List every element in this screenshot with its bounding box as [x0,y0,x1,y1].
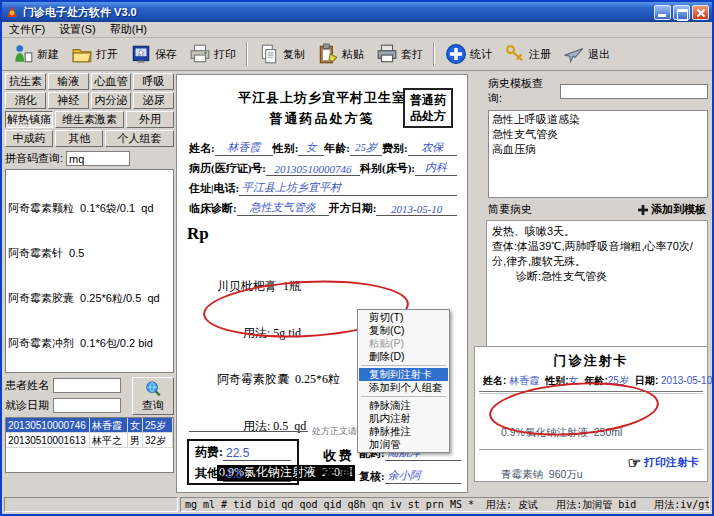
patient-name-input[interactable] [53,378,121,393]
injection-card-info: 姓名: 林香霞 性别:女 年龄:25岁 日期: 2013-05-10 [483,374,701,388]
prescription-date-value: 2013-05-10 [376,203,457,216]
keys-icon [504,43,526,65]
context-menu-iv-drip[interactable]: 静脉滴注 [359,399,448,412]
menu-help[interactable]: 帮助(H) [103,21,154,38]
exit-button[interactable]: 退出 [557,39,616,69]
history-template-list: 急性上呼吸道感染 急性支气管炎 高血压病 [488,110,708,198]
drug-list-item[interactable]: 阿奇霉素颗粒 0.1*6袋/0.1 qd [8,201,171,216]
patient-sex-value: 女 [298,140,324,156]
copy-icon [258,43,280,65]
open-folder-icon [71,43,93,65]
record-number-value: 20130510000746 [266,163,360,176]
search-globe-icon [144,380,162,398]
category-nerve[interactable]: 神经 [48,92,89,109]
toolbar-separator [246,42,248,66]
minimize-button[interactable] [654,5,671,20]
window-title: 门诊电子处方软件 V3.0 [23,5,654,20]
history-template-query-label: 病史模板查询: [488,76,557,106]
patient-row[interactable]: 20130510001613 林平之 男 32岁 [6,433,173,448]
patient-row[interactable]: 20130510000746 林香霞 女 25岁 [6,418,173,433]
history-panel: 病史模板查询: 急性上呼吸道感染 急性支气管炎 高血压病 简要病史 添加到模板 … [472,74,712,493]
address-value: 平江县上坊乡宜平村 [239,180,457,196]
new-button[interactable]: 新建 [6,39,65,69]
stats-button[interactable]: 统计 [439,39,498,69]
close-button[interactable] [692,5,709,20]
history-template-item[interactable]: 急性上呼吸道感染 [492,112,704,127]
other-fee-value: 3.5 [223,467,291,482]
print-button[interactable]: 打印 [183,39,242,69]
context-menu-add-to-personal-set[interactable]: 添加到个人组套 [359,381,448,394]
reviewer-value: 余小阿 [385,468,461,484]
divider [479,449,703,450]
visit-date-input[interactable] [53,398,121,413]
category-personal-set[interactable]: 个人组套 [105,130,174,147]
form-print-button[interactable]: 套打 [370,39,429,69]
copy-button[interactable]: 复制 [252,39,311,69]
department-value: 内科 [415,160,457,176]
patient-query-panel: 患者姓名 就诊日期 查询 20130510000746 林香霞 女 [5,377,174,477]
new-icon [12,43,34,65]
rp-symbol: Rp [187,224,467,244]
form-printer-icon [376,43,398,65]
drug-category-panel: 抗生素 输液 心血管 呼吸 消化 神经 内分泌 泌尿 解热镇痛 维生素激素 外用… [5,73,174,493]
menu-separator [361,396,446,397]
titlebar: 门诊电子处方软件 V3.0 [2,2,712,22]
context-menu-intramuscular[interactable]: 肌内注射 [359,412,448,425]
drug-list-item[interactable]: 阿奇霉素胶囊 0.25*6粒/0.5 qd [8,291,171,306]
brief-history-memo[interactable]: 发热、咳嗽3天。 查体:体温39℃,两肺呼吸音增粗,心率70次/分,律齐,腹软无… [486,220,708,358]
context-menu-add-tube[interactable]: 加润管 [359,438,448,451]
category-urinary[interactable]: 泌尿 [133,92,174,109]
toolbar: 新建 打开 保存 打印 复制 粘贴 套打 统计 注册 退出 [2,38,712,71]
category-vitamin-hormone[interactable]: 维生素激素 [55,111,124,128]
context-menu-delete[interactable]: 删除(D) [359,350,448,363]
statusbar-abbreviation-hints: mg ml # tid bid qd qod qid q8h qn iv st … [180,497,710,512]
drug-list-item[interactable]: 阿奇霉素冲剂 0.1*6包/0.2 bid [8,336,171,351]
category-antipyretic[interactable]: 解热镇痛 [5,111,53,128]
diagnosis-value: 急性支气管炎 [237,200,329,216]
rx-drug-line[interactable]: 川贝枇杷膏 1瓶 [217,279,467,295]
save-icon [130,43,152,65]
menu-file[interactable]: 文件(F) [2,21,52,38]
add-to-template-button[interactable]: 添加到模板 [638,202,706,217]
divider [479,391,703,394]
pointing-hand-icon: ☞ [628,457,641,469]
history-template-item[interactable]: 急性支气管炎 [492,127,704,142]
category-cardio[interactable]: 心血管 [91,73,132,90]
pinyin-query-input[interactable] [66,151,130,166]
paste-icon [317,43,339,65]
open-button[interactable]: 打开 [65,39,124,69]
patient-name-label: 患者姓名 [5,378,49,393]
category-chinese-medicine[interactable]: 中成药 [5,130,53,147]
category-endocrine[interactable]: 内分泌 [91,92,132,109]
paste-button[interactable]: 粘贴 [311,39,370,69]
context-menu-cut[interactable]: 剪切(T) [359,311,448,324]
drug-list-item[interactable]: 阿奇霉素针 0.5 [8,246,171,261]
patient-age-value: 25岁 [350,140,382,156]
visit-date-label: 就诊日期 [5,398,49,413]
category-infusion[interactable]: 输液 [48,73,89,90]
context-menu-iv-push[interactable]: 静脉推注 [359,425,448,438]
context-menu-copy[interactable]: 复制(C) [359,324,448,337]
menu-settings[interactable]: 设置(S) [52,21,103,38]
save-button[interactable]: 保存 [124,39,183,69]
category-respiratory[interactable]: 呼吸 [133,73,174,90]
category-other[interactable]: 其他 [55,130,103,147]
menu-separator [361,365,446,366]
app-icon [5,5,19,19]
context-menu-copy-to-injection-card[interactable]: 复制到注射卡 [359,368,448,381]
prescription-stamp: 普通药 品处方 [403,88,453,128]
maximize-button[interactable] [673,5,690,20]
brief-history-label: 简要病史 [488,202,532,217]
history-template-item[interactable]: 高血压病 [492,142,704,157]
history-template-query-input[interactable] [560,84,708,99]
drug-fee-value: 22.5 [223,446,291,461]
patient-search-button[interactable]: 查询 [132,377,174,415]
category-antibiotics[interactable]: 抗生素 [5,73,46,90]
category-external[interactable]: 外用 [126,111,174,128]
category-digestive[interactable]: 消化 [5,92,46,109]
main-area: 抗生素 输液 心血管 呼吸 消化 神经 内分泌 泌尿 解热镇痛 维生素激素 外用… [2,71,712,496]
print-injection-card-button[interactable]: ☞ 打印注射卡 [628,455,699,470]
register-button[interactable]: 注册 [498,39,557,69]
exit-plane-icon [563,43,585,65]
context-menu-paste[interactable]: 粘贴(P) [359,337,448,350]
